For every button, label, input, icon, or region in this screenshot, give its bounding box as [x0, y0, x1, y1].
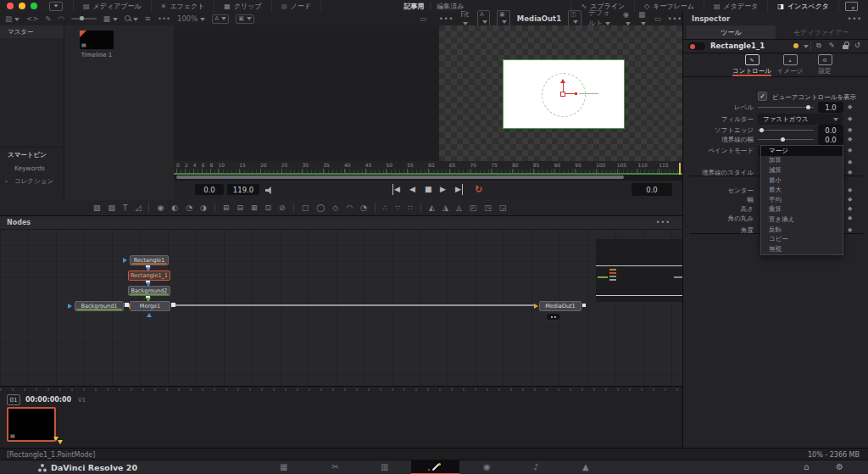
particle-images-icon[interactable]: ∵ [396, 204, 401, 212]
resize-icon[interactable]: ⊘ [279, 204, 286, 212]
bspline-mask-icon[interactable]: ◠ [346, 204, 353, 212]
node-graph-minimap[interactable] [596, 239, 682, 302]
channels-icon[interactable]: A [477, 10, 490, 27]
keyframe-diamond[interactable]: ◆ [848, 159, 852, 165]
paint-mode-option-4[interactable]: 最小 [761, 176, 843, 186]
zoom-button[interactable] [31, 3, 37, 9]
node-Rectangle1_1[interactable]: Rectangle1_1 [128, 270, 170, 281]
show-viewer-controls-checkbox[interactable]: ✓ [758, 92, 767, 101]
floating-window-icon[interactable]: ▭ [420, 14, 426, 23]
audio-mute-icon[interactable] [265, 187, 275, 194]
go-to-end-button[interactable]: ▶ [455, 184, 463, 195]
crop-icon[interactable]: ⊡ [265, 204, 272, 212]
titlebar-button-inspector[interactable]: ◨インスペクタ [768, 0, 839, 12]
keyframe-diamond[interactable]: ◆ [848, 227, 852, 233]
grid-view-icon[interactable]: ▦ [103, 14, 118, 23]
paint-icon[interactable]: ◿ [136, 204, 142, 212]
page-tab-fairlight[interactable]: ♪ [533, 462, 538, 471]
tab-tools[interactable]: ツール [687, 25, 776, 39]
page-tab-media[interactable]: ▦ [280, 462, 287, 471]
param-value-0[interactable]: 1.0 [818, 102, 843, 113]
code-icon[interactable]: <> [26, 14, 38, 23]
reset-icon[interactable]: ↺ [854, 42, 860, 49]
color-viewer-icon[interactable]: ▣ [497, 10, 510, 27]
paint-mode-option-8[interactable]: 置き換え [761, 215, 843, 225]
page-tab-edit[interactable]: ▥ [381, 462, 388, 471]
grid-overlay-icon[interactable]: ▦ [638, 10, 648, 27]
timeline-clip-thumbnail[interactable]: ▤ [80, 31, 114, 49]
letterbox-icon[interactable]: ⊠ [251, 204, 258, 212]
page-tab-deliver[interactable]: ▲ [582, 462, 589, 471]
fast-noise-icon[interactable]: ▨ [108, 204, 116, 212]
presentation-pointer-icon[interactable] [845, 2, 858, 11]
renderer-3d-icon[interactable]: ◲ [499, 204, 507, 212]
brightness-contrast-icon[interactable]: ◑ [200, 204, 207, 212]
go-to-start-button[interactable]: ◀ [392, 184, 400, 195]
ellipse-mask-icon[interactable]: ◯ [316, 204, 325, 212]
keyframe-diamond[interactable]: ◆ [848, 215, 852, 221]
keyframe-diamond[interactable]: ◆ [848, 197, 852, 203]
camera-3d-icon[interactable]: ◳ [484, 204, 492, 212]
transform-icon[interactable]: ⊞ [223, 204, 230, 212]
dve-icon[interactable]: ⊟ [236, 204, 243, 212]
page-tab-cut[interactable]: ✂ [331, 462, 338, 471]
window-options-icon[interactable] [49, 2, 63, 11]
hue-curves-icon[interactable]: ◔ [186, 204, 192, 212]
shape-3d-icon[interactable]: ◮ [442, 204, 448, 212]
magic-wand-icon[interactable]: ✎ [45, 14, 51, 23]
paint-mode-option-10[interactable]: コピー [761, 234, 843, 244]
param-slider-2[interactable] [758, 130, 814, 131]
project-settings-icon[interactable]: ⚙ [836, 462, 843, 471]
expand-icon[interactable]: ▭ [654, 14, 661, 23]
search-icon[interactable] [125, 14, 138, 23]
viewer-more-icon[interactable]: ••• [439, 15, 453, 23]
keyframe-diamond[interactable]: ◆ [848, 170, 852, 176]
sort-icon[interactable]: ≡ [145, 14, 151, 23]
node-color-chevron-icon[interactable] [804, 45, 809, 48]
viewer-fit-select[interactable]: Fit [460, 10, 470, 27]
page-tab-fusion[interactable] [411, 460, 459, 474]
cloud-icon[interactable]: ◠ [58, 14, 64, 23]
right-viewer[interactable] [439, 25, 682, 161]
keyframe-diamond[interactable]: ◆ [848, 116, 852, 122]
minimize-button[interactable] [19, 3, 25, 9]
node-MediaOut1[interactable]: MediaOut1 [539, 301, 581, 311]
mediaout-output-port[interactable] [582, 304, 586, 307]
paint-mode-option-7[interactable]: 乗算 [761, 205, 843, 215]
magic-mask-icon[interactable]: ◔ [360, 204, 367, 212]
keyframe-diamond[interactable]: ◆ [848, 206, 852, 212]
merge-3d-icon[interactable]: ◰ [470, 204, 477, 212]
nodes-panel-more-icon[interactable]: ••• [656, 219, 670, 226]
node-enable-toggle[interactable] [688, 42, 705, 50]
image-plane-3d-icon[interactable]: ◭ [429, 204, 435, 212]
polygon-mask-icon[interactable]: ◇ [332, 204, 338, 212]
background-icon[interactable]: ▧ [93, 204, 101, 212]
more-icon[interactable]: ••• [158, 14, 170, 23]
viewer-more-icon[interactable]: ••• [668, 15, 682, 23]
gamut-lock-icon[interactable]: ◉ [623, 10, 632, 27]
node-Rectangle1[interactable]: Rectangle1 [130, 255, 169, 265]
particle-render-icon[interactable]: ∷ [408, 204, 413, 212]
close-button[interactable] [7, 3, 14, 9]
keyframe-diamond[interactable]: ◆ [848, 148, 852, 153]
rectangle-mask-icon[interactable]: ▢ [302, 204, 309, 212]
node-Background2[interactable]: Background2 [128, 286, 170, 296]
paint-mode-option-2[interactable]: 加算 [761, 156, 843, 166]
timeline-scrollbar[interactable] [174, 175, 682, 181]
transform-center-handle[interactable] [560, 92, 565, 97]
loop-button[interactable]: ↻ [475, 184, 482, 195]
thumbnail-size-slider[interactable] [71, 18, 97, 20]
paint-mode-option-11[interactable]: 無視 [761, 244, 843, 254]
paint-mode-option-6[interactable]: 平均 [761, 195, 843, 205]
lock-icon[interactable] [843, 42, 849, 49]
annotation-icon[interactable]: A [212, 14, 229, 24]
node-color-dot[interactable] [793, 43, 798, 48]
titlebar-button-media-pool[interactable]: ▤メディアプール [73, 0, 152, 12]
output-port[interactable] [171, 303, 175, 307]
keyframe-diamond[interactable]: ◆ [848, 127, 852, 133]
scrollbar-thumb[interactable] [176, 176, 624, 179]
param-slider-3[interactable] [758, 139, 814, 140]
titlebar-button-effects[interactable]: ✳エフェクト [152, 0, 215, 12]
versions-icon[interactable]: ⧉ [816, 42, 821, 50]
project-manager-icon[interactable]: ⌂ [804, 462, 809, 471]
